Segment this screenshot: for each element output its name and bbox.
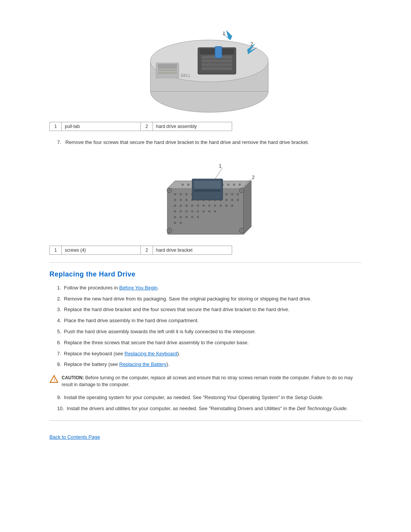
legend-num: 2 bbox=[141, 246, 153, 254]
legend-table-2: 1 screws (4) 2 hard drive bracket bbox=[49, 246, 232, 255]
section-title: Replacing the Hard Drive bbox=[49, 270, 362, 278]
svg-point-72 bbox=[197, 210, 199, 212]
legend-label: screws (4) bbox=[62, 246, 141, 254]
svg-point-78 bbox=[185, 216, 188, 218]
page-container: DELL 1 2 1 pull-tab 2 hard drive assembl… bbox=[34, 0, 377, 451]
svg-point-74 bbox=[208, 210, 210, 212]
svg-point-56 bbox=[237, 199, 239, 201]
legend-row: 1 pull-tab 2 hard drive assembly bbox=[50, 122, 232, 131]
svg-rect-16 bbox=[158, 72, 177, 74]
caution-icon: ! bbox=[49, 375, 59, 384]
svg-text:2: 2 bbox=[252, 174, 255, 180]
svg-point-33 bbox=[174, 193, 176, 195]
legend-label: hard drive bracket bbox=[153, 246, 232, 254]
svg-point-34 bbox=[180, 193, 182, 195]
step-8: 8. Replace the battery (see Replacing th… bbox=[57, 361, 362, 369]
diagram1-svg: DELL 1 2 bbox=[126, 19, 285, 114]
step-10: 10. Install the drivers and utilities fo… bbox=[57, 405, 362, 413]
svg-point-82 bbox=[180, 222, 182, 224]
svg-rect-8 bbox=[202, 67, 232, 70]
svg-point-32 bbox=[239, 184, 241, 186]
svg-point-63 bbox=[208, 204, 210, 207]
steps-list: 1. Follow the procedures in Before You B… bbox=[49, 284, 362, 369]
svg-text:1: 1 bbox=[219, 163, 221, 169]
caution-label: CAUTION: bbox=[62, 375, 84, 380]
svg-rect-6 bbox=[202, 59, 232, 62]
back-to-contents-link[interactable]: Back to Contents Page bbox=[49, 434, 100, 440]
svg-text:!: ! bbox=[54, 378, 55, 382]
step-9: 9. Install the operating system for your… bbox=[57, 394, 362, 402]
step-5: 5. Push the hard drive assembly towards … bbox=[57, 328, 362, 336]
svg-point-43 bbox=[231, 193, 233, 195]
legend-num: 1 bbox=[50, 246, 62, 254]
step-3: 3. Replace the hard drive bracket and th… bbox=[57, 306, 362, 314]
step-6: 6. Replace the three screws that secure … bbox=[57, 339, 362, 347]
svg-point-45 bbox=[174, 199, 176, 201]
diagram1-area: DELL 1 2 bbox=[49, 19, 362, 114]
svg-point-59 bbox=[185, 204, 188, 207]
svg-point-69 bbox=[180, 210, 182, 212]
svg-rect-9 bbox=[215, 46, 222, 58]
svg-point-62 bbox=[202, 204, 205, 207]
svg-point-71 bbox=[191, 210, 193, 212]
svg-rect-85 bbox=[194, 190, 221, 192]
svg-point-44 bbox=[237, 193, 239, 195]
svg-text:DELL: DELL bbox=[181, 73, 191, 78]
legend-num: 2 bbox=[141, 122, 153, 131]
step-1: 1. Follow the procedures in Before You B… bbox=[57, 284, 362, 292]
svg-text:2: 2 bbox=[250, 41, 253, 47]
legend-table-1: 1 pull-tab 2 hard drive assembly bbox=[49, 122, 232, 131]
svg-point-30 bbox=[227, 184, 229, 186]
svg-point-22 bbox=[182, 184, 184, 186]
svg-point-42 bbox=[225, 193, 228, 195]
legend-label: pull-tab bbox=[62, 122, 141, 131]
caution-box: ! CAUTION: Before turning on the compute… bbox=[49, 374, 362, 388]
dell-tech-guide-ref: Dell Technology Guide bbox=[297, 406, 346, 411]
diagram2-area: 1 2 bbox=[49, 154, 362, 238]
svg-point-70 bbox=[185, 210, 188, 212]
svg-point-67 bbox=[231, 204, 233, 207]
replacing-battery-link[interactable]: Replacing the Battery bbox=[119, 361, 166, 367]
svg-point-61 bbox=[197, 204, 199, 207]
legend-num: 1 bbox=[50, 122, 62, 131]
svg-point-60 bbox=[191, 204, 193, 207]
svg-text:1: 1 bbox=[223, 30, 225, 36]
divider-top bbox=[49, 262, 362, 263]
svg-point-76 bbox=[174, 216, 176, 218]
svg-point-77 bbox=[180, 216, 182, 218]
svg-point-58 bbox=[180, 204, 182, 207]
svg-rect-7 bbox=[202, 63, 232, 66]
svg-line-98 bbox=[215, 168, 223, 179]
svg-point-65 bbox=[220, 204, 222, 207]
svg-point-64 bbox=[214, 204, 216, 207]
step-2: 2. Remove the new hard drive from its pa… bbox=[57, 295, 362, 303]
replacing-keyboard-link[interactable]: Replacing the Keyboard bbox=[124, 351, 177, 356]
svg-point-68 bbox=[174, 210, 176, 212]
svg-point-57 bbox=[174, 204, 176, 207]
svg-point-47 bbox=[185, 199, 188, 201]
svg-point-75 bbox=[214, 210, 216, 212]
svg-point-55 bbox=[231, 199, 233, 201]
svg-rect-15 bbox=[158, 69, 177, 71]
step-7-replacing: 7. Replace the keyboard (see Replacing t… bbox=[57, 350, 362, 358]
step-7-text: 7. Remove the four screws that secure th… bbox=[57, 139, 362, 147]
svg-point-54 bbox=[225, 199, 228, 201]
step-number: 7. bbox=[57, 139, 64, 145]
svg-point-81 bbox=[174, 222, 176, 224]
svg-rect-14 bbox=[158, 64, 177, 69]
svg-point-46 bbox=[180, 199, 182, 201]
svg-point-80 bbox=[197, 216, 199, 218]
legend-row: 1 screws (4) 2 hard drive bracket bbox=[50, 246, 232, 254]
svg-point-79 bbox=[191, 216, 193, 218]
svg-point-23 bbox=[187, 184, 190, 186]
legend-label: hard drive assembly bbox=[153, 122, 232, 131]
svg-rect-84 bbox=[194, 181, 221, 189]
caution-text: CAUTION: Before turning on the computer,… bbox=[62, 374, 362, 388]
setup-guide-ref: Setup Guide bbox=[295, 395, 322, 400]
diagram2-svg: 1 2 bbox=[133, 154, 278, 238]
svg-point-66 bbox=[225, 204, 228, 207]
svg-point-35 bbox=[185, 193, 188, 195]
svg-point-73 bbox=[202, 210, 205, 212]
step-4: 4. Place the hard drive assembly in the … bbox=[57, 317, 362, 325]
before-you-begin-link[interactable]: Before You Begin bbox=[119, 285, 157, 291]
